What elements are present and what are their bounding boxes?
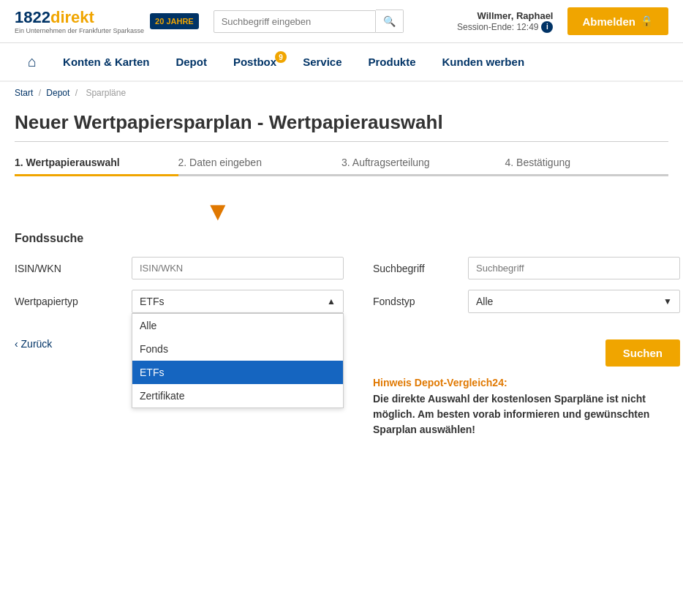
suchen-button[interactable]: Suchen <box>605 339 680 367</box>
fondstyp-value: Alle <box>476 296 493 307</box>
nav-konten-karten-label: Konten & Karten <box>63 56 149 68</box>
isin-label: ISIN/WKN <box>15 257 110 274</box>
isin-row: ISIN/WKN <box>15 257 344 279</box>
nav-kunden-werben[interactable]: Kunden werben <box>429 45 538 78</box>
global-search-button[interactable]: 🔍 <box>376 10 404 33</box>
option-zertifikate[interactable]: Zertifikate <box>132 384 343 407</box>
nav-postbox-label: Postbox <box>233 56 276 68</box>
option-etfs[interactable]: ETFs <box>132 361 343 384</box>
suchen-row: Suchen <box>373 339 680 367</box>
hint-box: Hinweis Depot-Vergleich24: Die direkte A… <box>373 377 680 437</box>
session-label: Session-Ende: 12:49 <box>457 22 538 32</box>
logo: 1822direkt Ein Unternehmen der Frankfurt… <box>15 8 144 34</box>
nav-postbox[interactable]: Postbox 9 <box>220 45 290 78</box>
wertpapiertyp-label: Wertpapiertyp <box>15 290 110 307</box>
suchbegriff-input[interactable] <box>468 257 680 279</box>
hint-text: Die direkte Auswahl der kostenlosen Spar… <box>373 391 680 437</box>
page-content: Neuer Wertpapiersparplan - Wertpapieraus… <box>0 104 683 467</box>
wertpapiertyp-value: ETFs <box>140 296 164 307</box>
form-right-col: Suchbegriff Fondstyp Alle ▼ ◀ Suchen Hin… <box>373 257 680 437</box>
breadcrumb: Start / Depot / Sparpläne <box>0 82 683 104</box>
nav-home[interactable]: ⌂ <box>15 43 50 80</box>
form-left-col: ISIN/WKN Wertpapiertyp ETFs ▲ Alle Fonds… <box>15 257 344 437</box>
nav-kunden-werben-label: Kunden werben <box>442 56 525 68</box>
back-link[interactable]: ‹ Zurück <box>15 338 52 350</box>
suchbegriff-label: Suchbegriff <box>373 257 446 274</box>
form-area: ISIN/WKN Wertpapiertyp ETFs ▲ Alle Fonds… <box>15 257 668 437</box>
step-2: 2. Daten eingeben <box>178 157 342 176</box>
nav-produkte-label: Produkte <box>369 56 416 68</box>
nav-depot[interactable]: Depot <box>162 45 220 78</box>
chevron-up-icon: ▲ <box>327 296 336 307</box>
breadcrumb-sep2: / <box>75 88 80 98</box>
wertpapiertyp-row: Wertpapiertyp ETFs ▲ Alle Fonds ETFs Zer… <box>15 290 344 313</box>
nav-depot-label: Depot <box>176 56 207 68</box>
logo-area: 1822direkt Ein Unternehmen der Frankfurt… <box>15 8 199 34</box>
fondstyp-dropdown[interactable]: Alle ▼ <box>468 290 680 313</box>
chevron-down-icon: ▼ <box>663 296 672 307</box>
step-3: 3. Auftragserteilung <box>342 157 505 176</box>
logo-number: 1822 <box>15 8 50 27</box>
logo-subtitle: Ein Unternehmen der Frankfurter Sparkass… <box>15 27 144 34</box>
title-divider <box>15 141 668 142</box>
info-icon[interactable]: i <box>541 21 553 33</box>
session-info: Session-Ende: 12:49 i <box>457 21 553 33</box>
step-1-label: 1. Wertpapierauswahl <box>15 157 120 168</box>
fondstyp-label: Fondstyp <box>373 290 446 307</box>
breadcrumb-sparplaene: Sparpläne <box>86 88 126 98</box>
global-search-input[interactable] <box>214 10 376 33</box>
nav-service[interactable]: Service <box>290 45 355 78</box>
option-fonds[interactable]: Fonds <box>132 337 343 361</box>
user-area: Willmer, Raphael Session-Ende: 12:49 i <box>457 10 553 33</box>
breadcrumb-sep1: / <box>39 88 44 98</box>
suchbegriff-row: Suchbegriff <box>373 257 680 279</box>
wertpapiertyp-dropdown: ETFs ▲ Alle Fonds ETFs Zertifikate <box>132 290 344 313</box>
postbox-badge: 9 <box>275 51 287 63</box>
wertpapiertyp-trigger[interactable]: ETFs ▲ <box>132 290 344 313</box>
logo-years: 20 JAHRE <box>150 13 199 29</box>
logout-button[interactable]: Abmelden 🔒 <box>567 7 668 35</box>
nav-konten-karten[interactable]: Konten & Karten <box>50 45 162 78</box>
breadcrumb-start[interactable]: Start <box>15 88 33 98</box>
step-1: 1. Wertpapierauswahl <box>15 157 178 176</box>
logo-direkt: direkt <box>50 8 94 27</box>
page-title: Neuer Wertpapiersparplan - Wertpapieraus… <box>15 111 668 134</box>
nav-service-label: Service <box>303 56 342 68</box>
step-2-label: 2. Daten eingeben <box>178 157 262 168</box>
annotation-arrow-down: ▼ <box>205 198 668 225</box>
hint-title: Hinweis Depot-Vergleich24: <box>373 377 680 388</box>
wertpapiertyp-menu: Alle Fonds ETFs Zertifikate <box>132 313 344 408</box>
option-alle[interactable]: Alle <box>132 314 343 337</box>
step-3-label: 3. Auftragserteilung <box>342 157 430 168</box>
step-4: 4. Bestätigung <box>505 157 669 176</box>
isin-input[interactable] <box>132 257 344 279</box>
main-nav: ⌂ Konten & Karten Depot Postbox 9 Servic… <box>0 43 683 82</box>
lock-icon: 🔒 <box>640 15 654 28</box>
steps: 1. Wertpapierauswahl 2. Daten eingeben 3… <box>15 157 668 176</box>
fondssuche-title: Fondssuche <box>15 232 668 245</box>
header: 1822direkt Ein Unternehmen der Frankfurt… <box>0 0 683 43</box>
logout-label: Abmelden <box>582 15 635 28</box>
search-area: 🔍 <box>214 10 404 33</box>
step-4-label: 4. Bestätigung <box>505 157 571 168</box>
nav-produkte[interactable]: Produkte <box>355 45 429 78</box>
breadcrumb-depot[interactable]: Depot <box>46 88 69 98</box>
user-name: Willmer, Raphael <box>457 10 553 21</box>
